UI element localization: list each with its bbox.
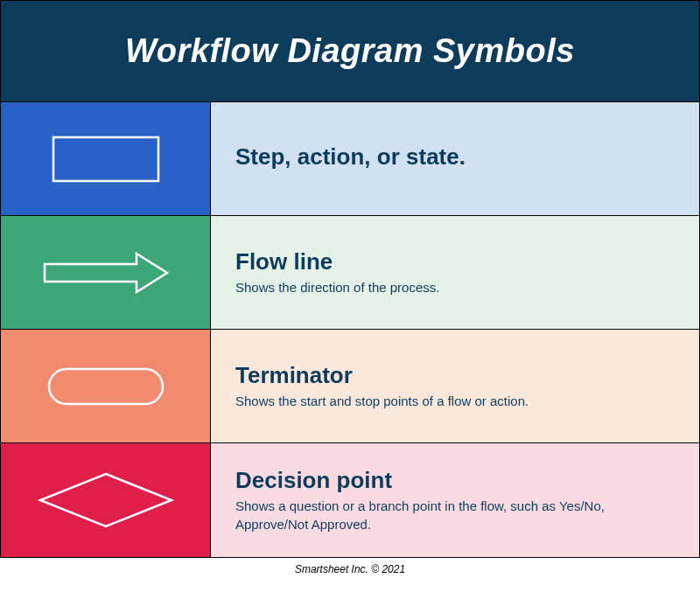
- header: Workflow Diagram Symbols: [1, 1, 699, 102]
- decision-subtitle: Shows a question or a branch point in th…: [235, 498, 675, 533]
- svg-marker-2: [40, 474, 172, 526]
- step-title: Step, action, or state.: [235, 143, 675, 171]
- decision-title: Decision point: [235, 467, 675, 494]
- symbol-cell-terminator: [1, 330, 211, 442]
- row-term: Terminator Shows the start and stop poin…: [1, 330, 699, 443]
- desc-cell-terminator: Terminator Shows the start and stop poin…: [211, 330, 699, 442]
- svg-rect-0: [53, 137, 158, 181]
- row-step: Step, action, or state.: [1, 102, 699, 216]
- svg-rect-1: [49, 369, 163, 404]
- terminator-title: Terminator: [235, 362, 675, 389]
- terminator-icon: [40, 360, 172, 413]
- arrow-icon: [32, 247, 180, 299]
- flow-subtitle: Shows the direction of the process.: [235, 279, 675, 296]
- diagram-container: Workflow Diagram Symbols Step, action, o…: [0, 0, 700, 558]
- row-decision: Decision point Shows a question or a bra…: [1, 443, 699, 557]
- diamond-icon: [32, 465, 180, 535]
- symbol-cell-step: [1, 102, 211, 215]
- flow-title: Flow line: [235, 248, 675, 275]
- desc-cell-step: Step, action, or state.: [211, 102, 699, 215]
- symbol-cell-flow: [1, 216, 211, 329]
- symbol-cell-decision: [1, 443, 211, 557]
- page-title: Workflow Diagram Symbols: [18, 32, 682, 70]
- desc-cell-decision: Decision point Shows a question or a bra…: [211, 443, 699, 557]
- row-flow: Flow line Shows the direction of the pro…: [1, 216, 699, 330]
- rectangle-icon: [45, 129, 167, 190]
- desc-cell-flow: Flow line Shows the direction of the pro…: [211, 216, 699, 329]
- terminator-subtitle: Shows the start and stop points of a flo…: [235, 393, 675, 410]
- footer-credit: Smartsheet Inc. © 2021: [0, 558, 700, 581]
